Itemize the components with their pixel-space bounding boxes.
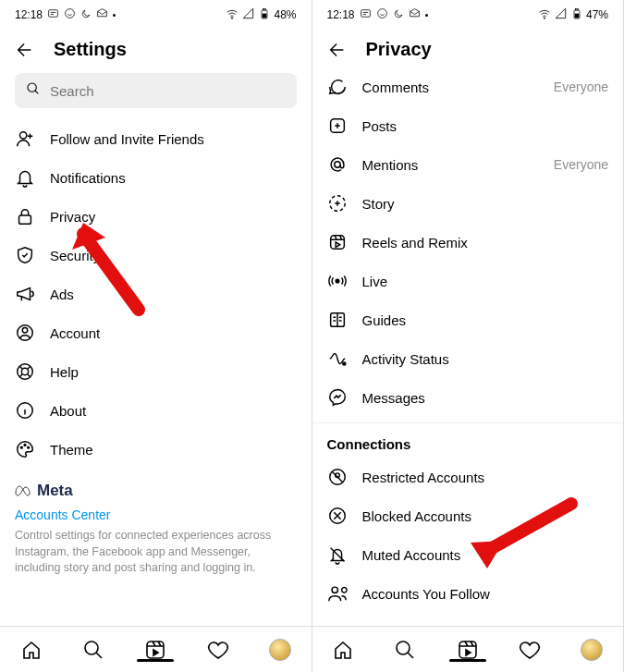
row-ads[interactable]: Ads xyxy=(0,275,312,313)
shield-icon xyxy=(15,245,35,265)
row-live[interactable]: Live xyxy=(312,262,624,300)
row-theme[interactable]: Theme xyxy=(0,430,312,469)
nav-profile-icon[interactable] xyxy=(268,638,292,662)
row-label: Follow and Invite Friends xyxy=(50,131,297,147)
svg-rect-8 xyxy=(19,215,31,224)
people-icon xyxy=(327,583,348,604)
svg-rect-4 xyxy=(263,8,266,10)
svg-point-33 xyxy=(335,473,339,478)
row-help[interactable]: Help xyxy=(0,352,312,391)
svg-rect-18 xyxy=(147,641,164,658)
help-icon xyxy=(15,361,35,382)
bottom-nav xyxy=(312,626,624,672)
row-notifications[interactable]: Notifications xyxy=(0,158,312,197)
row-label: About xyxy=(50,403,297,419)
nav-search-icon[interactable] xyxy=(393,638,417,662)
settings-list: Follow and Invite Friends Notifications … xyxy=(0,119,312,626)
row-label: Guides xyxy=(362,312,609,328)
svg-point-17 xyxy=(85,641,98,654)
svg-point-12 xyxy=(21,368,28,374)
row-muted[interactable]: Muted Accounts xyxy=(312,535,624,574)
svg-point-35 xyxy=(332,587,337,593)
comment-icon xyxy=(327,77,348,97)
row-label: Ads xyxy=(50,287,297,302)
back-button[interactable] xyxy=(327,40,348,60)
nav-home-icon[interactable] xyxy=(19,638,43,662)
header: Settings xyxy=(0,30,312,73)
row-label: Mentions xyxy=(362,157,539,173)
row-label: Theme xyxy=(50,442,297,458)
status-more-icon xyxy=(425,14,428,17)
nav-activity-icon[interactable] xyxy=(518,638,542,662)
back-button[interactable] xyxy=(15,40,35,60)
palette-icon xyxy=(15,439,35,459)
page-title: Settings xyxy=(54,39,127,60)
accounts-center-link[interactable]: Accounts Center xyxy=(15,507,297,522)
svg-point-1 xyxy=(66,9,75,18)
status-time: 12:18 xyxy=(15,8,43,21)
svg-point-20 xyxy=(377,9,386,18)
meta-logo: Meta xyxy=(15,482,297,500)
status-battery-icon xyxy=(259,7,270,23)
avatar xyxy=(581,639,603,661)
row-about[interactable]: About xyxy=(0,391,312,430)
status-battery-icon xyxy=(571,7,582,23)
live-icon xyxy=(327,271,348,291)
nav-profile-icon[interactable] xyxy=(580,638,604,662)
row-label: Muted Accounts xyxy=(362,547,609,563)
status-signal-icon xyxy=(242,7,255,23)
header: Privacy xyxy=(312,30,624,73)
reels-icon xyxy=(327,232,348,252)
section-connections: Connections xyxy=(312,422,624,458)
row-messages[interactable]: Messages xyxy=(312,378,624,417)
row-blocked[interactable]: Blocked Accounts xyxy=(312,496,624,535)
row-activity-status[interactable]: Activity Status xyxy=(312,339,624,378)
bottom-nav xyxy=(0,626,312,672)
status-sms-icon xyxy=(47,7,59,22)
meta-description: Control settings for connected experienc… xyxy=(15,528,297,577)
row-security[interactable]: Security xyxy=(0,236,312,275)
row-label: Account xyxy=(50,325,297,341)
nav-home-icon[interactable] xyxy=(331,638,355,662)
avatar xyxy=(269,639,291,661)
search-input[interactable] xyxy=(50,83,286,99)
search-box[interactable] xyxy=(15,73,297,108)
row-label: Blocked Accounts xyxy=(362,508,609,524)
row-trail: Everyone xyxy=(554,157,608,172)
row-guides[interactable]: Guides xyxy=(312,300,624,339)
svg-rect-24 xyxy=(575,14,579,18)
story-icon xyxy=(327,193,348,214)
status-whatsapp-icon xyxy=(64,7,76,22)
row-comments[interactable]: Comments Everyone xyxy=(312,67,624,106)
svg-point-11 xyxy=(18,364,33,380)
row-label: Restricted Accounts xyxy=(362,470,609,485)
at-icon xyxy=(327,154,348,175)
status-battery-pct: 47% xyxy=(586,8,608,21)
person-plus-icon xyxy=(15,128,35,149)
svg-point-29 xyxy=(336,279,339,283)
nav-activity-icon[interactable] xyxy=(206,638,230,662)
status-mail-icon xyxy=(96,7,108,22)
row-account[interactable]: Account xyxy=(0,313,312,352)
row-label: Comments xyxy=(362,79,539,95)
guides-icon xyxy=(327,310,348,330)
row-privacy[interactable]: Privacy xyxy=(0,197,312,236)
svg-point-36 xyxy=(397,641,410,654)
svg-rect-0 xyxy=(49,10,58,18)
phone-settings: 12:18 48% Settings Follow and Invite Fri… xyxy=(0,0,312,672)
row-reels-remix[interactable]: Reels and Remix xyxy=(312,223,624,262)
row-mentions[interactable]: Mentions Everyone xyxy=(312,145,624,184)
svg-point-10 xyxy=(22,328,28,334)
status-bar: 12:18 47% xyxy=(312,0,624,30)
row-label: Messages xyxy=(362,390,609,406)
row-restricted[interactable]: Restricted Accounts xyxy=(312,458,624,496)
row-posts[interactable]: Posts xyxy=(312,106,624,145)
account-icon xyxy=(15,323,35,343)
status-mail-icon xyxy=(409,7,421,22)
row-follow-invite[interactable]: Follow and Invite Friends xyxy=(0,119,312,158)
row-story[interactable]: Story xyxy=(312,184,624,223)
svg-rect-5 xyxy=(263,14,266,18)
row-accounts-follow[interactable]: Accounts You Follow xyxy=(312,574,624,613)
nav-search-icon[interactable] xyxy=(81,638,105,662)
page-title: Privacy xyxy=(366,39,432,60)
